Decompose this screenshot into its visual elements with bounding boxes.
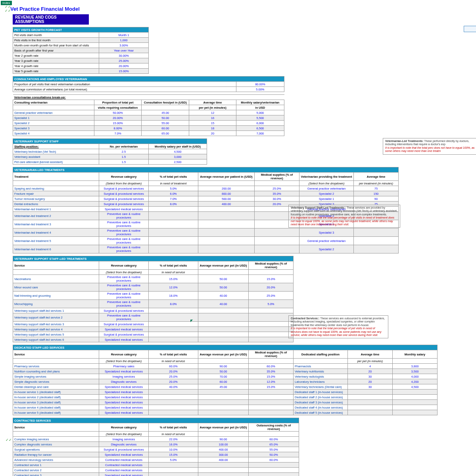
cell[interactable]: Preventive care & routine procedures (99, 275, 149, 283)
cell[interactable]: 30.00% (99, 53, 149, 58)
cell[interactable]: 15.0% (149, 275, 198, 283)
cell[interactable] (249, 322, 294, 327)
cell[interactable] (198, 400, 249, 405)
cell[interactable] (149, 245, 198, 253)
cell[interactable]: Surgical & procedural services (99, 308, 149, 313)
cell[interactable]: 5.0% (149, 186, 198, 191)
cell[interactable]: 25.0% (255, 186, 299, 191)
cell[interactable]: 60.0% (149, 364, 198, 369)
cell[interactable]: 5,500 (236, 115, 284, 121)
cell[interactable]: 12 (189, 110, 236, 115)
cell[interactable] (393, 400, 438, 405)
cell[interactable]: 30 (348, 384, 393, 390)
cell[interactable]: 35.0% (249, 369, 294, 374)
cell[interactable]: Contracted medical services (99, 468, 149, 473)
cell[interactable]: Preventive care & routine procedures (99, 292, 149, 300)
cell[interactable] (393, 390, 438, 395)
cell[interactable]: 20.0% (149, 379, 198, 384)
cell[interactable]: 4,500 (149, 149, 207, 154)
cell[interactable]: 16 (189, 115, 236, 121)
cell[interactable]: 20 (189, 131, 236, 136)
cell[interactable]: Specialized medical services (99, 395, 149, 400)
cell[interactable] (348, 405, 393, 410)
cell[interactable]: 50.0% (249, 452, 299, 457)
cell[interactable]: 12.0% (249, 379, 294, 384)
cell[interactable] (393, 395, 438, 400)
cell[interactable]: 50.00 (198, 369, 249, 374)
cell[interactable]: 15.0% (249, 374, 294, 379)
cell[interactable] (393, 410, 438, 415)
cell[interactable] (249, 390, 294, 395)
cell[interactable]: 400.00 (198, 447, 249, 452)
cell[interactable]: 16.0% (149, 442, 198, 447)
cell[interactable] (249, 473, 299, 476)
cell[interactable]: Specialized medical services (99, 452, 149, 457)
cell[interactable] (149, 390, 198, 395)
cell[interactable] (198, 245, 255, 253)
cell[interactable]: 50.00 (198, 275, 249, 283)
cell[interactable]: 50.00% (94, 110, 142, 115)
cell[interactable] (198, 322, 249, 327)
cell[interactable]: 8.00% (94, 126, 142, 131)
cell[interactable] (249, 308, 294, 313)
cell[interactable]: 8.0% (149, 300, 198, 308)
cell[interactable]: 1.5 (99, 154, 149, 159)
cell[interactable]: Surgical & procedural services (99, 186, 149, 191)
cell[interactable]: 6,000 (236, 121, 284, 126)
cell[interactable] (255, 237, 299, 245)
cell[interactable] (149, 400, 198, 405)
cell[interactable]: 100.00 (198, 442, 249, 447)
cell[interactable]: Imaging services (99, 437, 149, 442)
cell[interactable]: 2,500 (149, 159, 207, 165)
cell[interactable]: 75 (354, 186, 399, 191)
cell[interactable]: Specialized medical services (99, 405, 149, 410)
cell[interactable]: Pharmacy sales (99, 364, 149, 369)
cell[interactable]: 65.00 (142, 131, 189, 136)
cell[interactable]: Preventive care & routine procedures (99, 300, 149, 308)
cell[interactable] (198, 228, 255, 237)
cell[interactable] (198, 207, 255, 212)
cell[interactable] (249, 327, 294, 332)
cell[interactable]: 800.00 (198, 191, 255, 196)
cell[interactable] (198, 463, 249, 468)
cell[interactable]: 8.0% (149, 202, 198, 207)
cell[interactable] (149, 212, 198, 220)
cell[interactable]: 70.00 (198, 374, 249, 379)
cell[interactable]: Year-over-Year (99, 48, 149, 53)
cell[interactable]: Surgical & procedural services (99, 191, 149, 196)
cell[interactable]: 60.00 (198, 379, 249, 384)
cell[interactable]: Preventive care & routine procedures (99, 245, 149, 253)
cell[interactable]: 90.00 (198, 364, 249, 369)
cell[interactable]: 50.00 (142, 115, 189, 121)
cell[interactable]: Preventive care & routine procedures (99, 212, 149, 220)
cell[interactable] (348, 390, 393, 395)
cell[interactable]: Month 1 (99, 33, 149, 38)
cell[interactable] (348, 400, 393, 405)
cell[interactable]: 3,800 (393, 364, 438, 369)
cell[interactable]: 60.00 (142, 126, 189, 131)
cell[interactable]: Dedicated staff 1 (in-house services) (294, 390, 348, 395)
cell[interactable]: 45.00 (198, 384, 249, 390)
cell[interactable] (249, 463, 299, 468)
cell[interactable]: 7.0% (94, 131, 142, 136)
cell[interactable]: 60.0% (249, 457, 299, 463)
cell[interactable] (393, 405, 438, 410)
cell-value[interactable]: 80.00% (236, 82, 284, 87)
cell[interactable] (198, 327, 249, 332)
cell[interactable] (198, 332, 249, 337)
right-panel-button[interactable] (464, 26, 476, 32)
cell[interactable]: Preventive care & routine procedures (99, 220, 149, 228)
cell[interactable]: Specialized medical services (99, 400, 149, 405)
cell[interactable] (149, 308, 198, 313)
cell[interactable]: 45.00 (142, 110, 189, 115)
cell[interactable]: 65.0% (249, 442, 299, 447)
cell[interactable]: 15.00% (99, 69, 149, 74)
cell[interactable]: 200.00 (198, 186, 255, 191)
cell[interactable]: 20.00% (99, 63, 149, 69)
cell[interactable]: 20.0% (149, 369, 198, 374)
cell[interactable] (354, 237, 399, 245)
cell[interactable]: 6,500 (236, 126, 284, 131)
cell[interactable]: Specialized medical services (99, 473, 149, 476)
cell[interactable]: 40.0% (149, 384, 198, 390)
cell[interactable]: 25.0% (149, 374, 198, 379)
